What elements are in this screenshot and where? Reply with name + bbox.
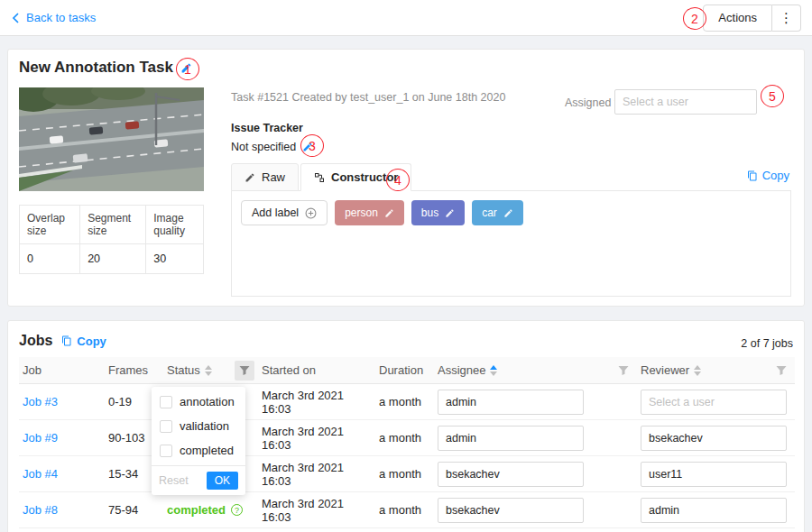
frames-cell: 0-19: [108, 395, 132, 408]
col-status: Status: [167, 363, 200, 377]
label-chip-bus[interactable]: bus: [411, 200, 465, 225]
job-link[interactable]: Job #8: [23, 503, 58, 517]
tab-raw-label: Raw: [262, 170, 285, 184]
filter-option-validation[interactable]: validation: [152, 414, 245, 438]
checkbox[interactable]: [160, 445, 172, 457]
job-link[interactable]: Job #9: [23, 431, 58, 445]
jobs-title: Jobs: [19, 333, 52, 349]
actions-button[interactable]: Actions: [703, 5, 772, 32]
label-chip-person[interactable]: person: [335, 200, 404, 225]
reviewer-input[interactable]: [641, 462, 787, 487]
jobs-title-row: Jobs Copy: [19, 333, 106, 349]
param-value-overlap: 0: [20, 244, 80, 274]
add-label-text: Add label: [252, 206, 299, 219]
reviewer-filter-icon[interactable]: [771, 361, 791, 381]
filter-footer: Reset OK: [152, 465, 245, 495]
copy-icon: [747, 170, 758, 181]
col-job: Job: [23, 363, 42, 377]
issue-tracker-value: Not specified: [231, 141, 296, 153]
task-thumbnail: [19, 87, 204, 191]
table-row: Job #3 0-19 March 3rd 2021 16:03 a month: [19, 384, 795, 420]
duration-cell: a month: [379, 395, 421, 408]
checkbox[interactable]: [160, 420, 172, 433]
status-sort-icon[interactable]: [205, 365, 212, 376]
filter-option-annotation[interactable]: annotation: [152, 390, 245, 414]
assignee-input[interactable]: [438, 498, 584, 523]
duration-cell: a month: [379, 467, 421, 481]
label-chip-bus-text: bus: [421, 206, 438, 219]
annotation-circle-1: 1: [176, 58, 199, 80]
col-duration: Duration: [379, 363, 423, 377]
started-cell: March 3rd 2021 16:03: [262, 425, 372, 452]
table-row: Job #8 75-94 completed ? March 3rd 2021 …: [19, 492, 795, 528]
tab-raw[interactable]: Raw: [231, 163, 299, 191]
pencil-icon[interactable]: [445, 208, 455, 218]
checkbox[interactable]: [160, 396, 172, 408]
started-cell: March 3rd 2021 16:03: [262, 461, 372, 488]
frames-cell: 90-103: [108, 431, 144, 445]
jobs-count: 2 of 7 jobs: [741, 337, 793, 350]
back-link-label: Back to tasks: [26, 11, 96, 24]
reviewer-input[interactable]: [641, 390, 787, 415]
status-info-icon[interactable]: ?: [231, 504, 243, 516]
reviewer-sort-icon[interactable]: [694, 365, 701, 376]
col-reviewer: Reviewer: [641, 363, 689, 377]
labels-copy-label: Copy: [762, 169, 789, 182]
pencil-icon: [245, 172, 255, 183]
jobs-card: Jobs Copy 2 of 7 jobs Job Frames Status: [7, 320, 805, 532]
assignee-input[interactable]: [438, 426, 584, 451]
frames-cell: 75-94: [108, 503, 138, 517]
plus-circle-icon: [305, 207, 317, 219]
label-chip-car[interactable]: car: [472, 200, 523, 225]
started-cell: March 3rd 2021 16:03: [262, 497, 372, 524]
param-header-quality: Image quality: [146, 206, 204, 244]
back-to-tasks-link[interactable]: Back to tasks: [11, 11, 96, 24]
jobs-table-header: Job Frames Status Started on Duration As…: [19, 357, 795, 384]
duration-cell: a month: [379, 431, 421, 445]
annotation-circle-3: 3: [300, 134, 324, 157]
status-completed-text: completed: [167, 503, 226, 517]
reviewer-input[interactable]: [641, 498, 787, 523]
filter-option-label: completed: [180, 444, 234, 457]
pencil-icon[interactable]: [503, 208, 513, 218]
annotation-circle-2: 2: [683, 7, 706, 30]
reviewer-input[interactable]: [641, 426, 787, 451]
param-value-quality: 30: [146, 244, 204, 274]
label-chip-person-text: person: [345, 206, 378, 219]
thumbnail-image: [19, 87, 204, 191]
jobs-copy-label: Copy: [77, 335, 106, 348]
more-menu-button[interactable]: ⋮: [772, 5, 801, 32]
status-filter-dropdown: annotation validation completed Reset OK: [152, 387, 245, 495]
actions-group: Actions ⋮: [703, 5, 801, 32]
assignee-sort-icon[interactable]: [490, 365, 497, 376]
filter-reset-button[interactable]: Reset: [159, 474, 189, 487]
assignee-filter-icon[interactable]: [614, 361, 633, 381]
table-row: Job #9 90-103 March 3rd 2021 16:03 a mon…: [19, 420, 795, 456]
job-link[interactable]: Job #4: [23, 467, 58, 481]
assignee-input[interactable]: [438, 462, 584, 487]
filter-option-completed[interactable]: completed: [152, 438, 245, 463]
pencil-icon[interactable]: [384, 208, 394, 218]
frames-cell: 15-34: [108, 467, 138, 481]
job-link[interactable]: Job #3: [23, 395, 58, 408]
jobs-copy-button[interactable]: Copy: [61, 335, 106, 348]
jobs-table: Job Frames Status Started on Duration As…: [19, 357, 795, 528]
param-value-segment: 20: [80, 244, 146, 274]
issue-tracker-label: Issue Tracker: [231, 122, 303, 134]
constructor-icon: [314, 172, 325, 183]
labels-copy-button[interactable]: Copy: [747, 169, 789, 182]
add-label-button[interactable]: Add label: [241, 200, 328, 225]
param-header-overlap: Overlap size: [20, 206, 80, 244]
ellipsis-vertical-icon: ⋮: [780, 10, 793, 26]
copy-icon: [61, 335, 72, 346]
status-cell: completed ?: [167, 503, 243, 517]
filter-option-label: annotation: [180, 395, 235, 408]
task-meta: Task #1521 Created by test_user_1 on Jun…: [231, 91, 505, 104]
col-started: Started on: [262, 363, 316, 377]
task-assignee-input[interactable]: [614, 89, 757, 115]
table-row: Job #4 15-34 March 3rd 2021 16:03 a mont…: [19, 456, 795, 492]
duration-cell: a month: [379, 503, 421, 517]
filter-ok-button[interactable]: OK: [207, 472, 238, 490]
status-filter-icon[interactable]: [235, 361, 254, 381]
assignee-input[interactable]: [438, 390, 584, 415]
